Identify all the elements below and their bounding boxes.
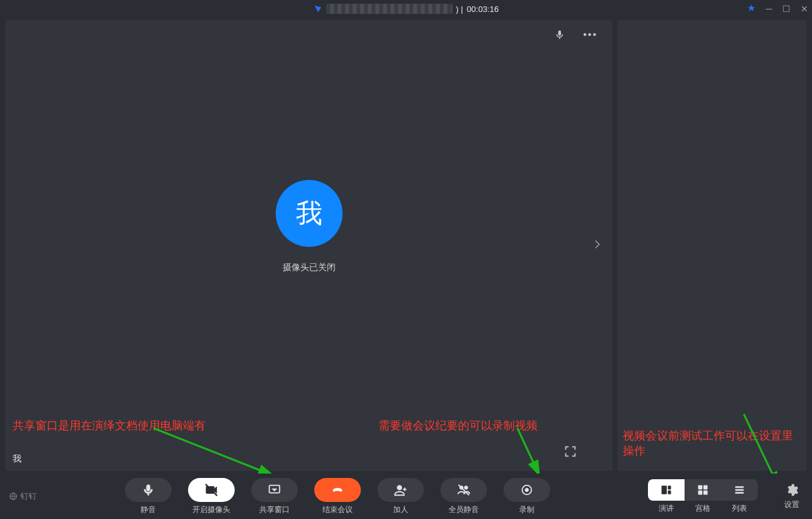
brand-text: 钉钉 — [20, 491, 37, 502]
share-label: 共享窗口 — [259, 504, 290, 515]
titlebar: ) | 00:03:16 ─ ☐ ✕ — [0, 0, 812, 18]
record-button[interactable]: 录制 — [503, 478, 550, 515]
end-call-button[interactable]: 结束会议 — [314, 478, 361, 515]
mute-all-icon — [457, 483, 471, 497]
svg-rect-13 — [668, 486, 671, 489]
svg-point-6 — [397, 485, 402, 489]
microphone-icon — [141, 483, 155, 497]
brand-label: 钉钉 — [9, 491, 37, 502]
speaker-view-label: 演讲 — [659, 503, 674, 514]
close-button[interactable]: ✕ — [801, 4, 808, 14]
mute-all-button[interactable]: 全员静音 — [440, 478, 487, 515]
mute-button[interactable]: 静音 — [125, 478, 172, 515]
list-view-icon — [733, 484, 746, 496]
camera-label: 开启摄像头 — [192, 504, 230, 515]
mute-all-label: 全员静音 — [449, 504, 479, 515]
record-label: 录制 — [519, 504, 534, 515]
view-grid-button[interactable]: 宫格 — [685, 479, 721, 514]
svg-point-8 — [464, 486, 468, 489]
self-avatar: 我 — [276, 180, 343, 247]
list-view-label: 列表 — [732, 503, 747, 514]
more-options-icon[interactable]: ••• — [583, 29, 597, 43]
title-obscured — [326, 4, 452, 14]
svg-line-1 — [517, 428, 539, 475]
svg-line-0 — [153, 428, 273, 475]
globe-icon — [9, 492, 18, 501]
speaker-view-icon — [660, 484, 673, 496]
svg-rect-19 — [735, 486, 743, 488]
svg-rect-14 — [668, 490, 671, 494]
next-page-icon[interactable] — [591, 237, 603, 254]
bottom-toolbar: 钉钉 静音 开启摄像头 共享窗口 结束会议 加人 全员静音 录制 — [0, 474, 812, 519]
self-name-label: 我 — [13, 453, 21, 465]
view-list-button[interactable]: 列表 — [721, 479, 758, 514]
hangup-icon — [331, 483, 344, 497]
svg-rect-18 — [703, 490, 708, 494]
svg-rect-16 — [703, 485, 708, 489]
svg-rect-15 — [698, 485, 703, 489]
svg-rect-21 — [735, 492, 743, 494]
mic-indicator-icon[interactable] — [554, 29, 565, 43]
add-participant-button[interactable]: 加人 — [377, 478, 424, 515]
camera-button[interactable]: 开启摄像头 — [188, 478, 235, 515]
main-video-pane: ••• 我 摄像头已关闭 我 共享窗口是用在演绎文档使用电脑端有 需要做会议纪要… — [5, 20, 613, 471]
svg-point-11 — [525, 488, 529, 492]
grid-view-icon — [697, 484, 709, 496]
fullscreen-icon[interactable] — [563, 444, 577, 461]
annotation-share: 共享窗口是用在演绎文档使用电脑端有 — [13, 419, 206, 433]
grid-view-label: 宫格 — [695, 503, 710, 514]
settings-label: 设置 — [784, 499, 799, 510]
svg-rect-12 — [662, 486, 667, 494]
participants-panel: 视频会议前测试工作可以在设置里操作 — [618, 20, 807, 471]
svg-rect-20 — [735, 489, 743, 491]
add-label: 加人 — [393, 504, 408, 515]
end-label: 结束会议 — [322, 504, 353, 515]
camera-off-icon — [204, 483, 218, 497]
annotation-settings: 视频会议前测试工作可以在设置里操作 — [623, 429, 799, 458]
minimize-button[interactable]: ─ — [766, 4, 772, 14]
mute-label: 静音 — [141, 504, 156, 515]
title-separator: ) | — [456, 4, 463, 14]
maximize-button[interactable]: ☐ — [782, 4, 791, 14]
camera-off-label: 摄像头已关闭 — [283, 262, 336, 273]
add-person-icon — [394, 483, 408, 497]
gear-icon — [785, 483, 799, 497]
pin-icon[interactable] — [747, 4, 756, 15]
view-speaker-button[interactable]: 演讲 — [648, 479, 685, 514]
call-timer: 00:03:16 — [467, 4, 499, 14]
record-icon — [520, 483, 534, 497]
svg-rect-17 — [698, 490, 703, 494]
avatar-text: 我 — [296, 196, 322, 231]
share-screen-icon — [268, 483, 281, 497]
annotation-record: 需要做会议纪要的可以录制视频 — [379, 419, 538, 433]
share-screen-button[interactable]: 共享窗口 — [251, 478, 298, 515]
app-logo-icon — [314, 4, 322, 13]
settings-button[interactable]: 设置 — [784, 483, 799, 510]
